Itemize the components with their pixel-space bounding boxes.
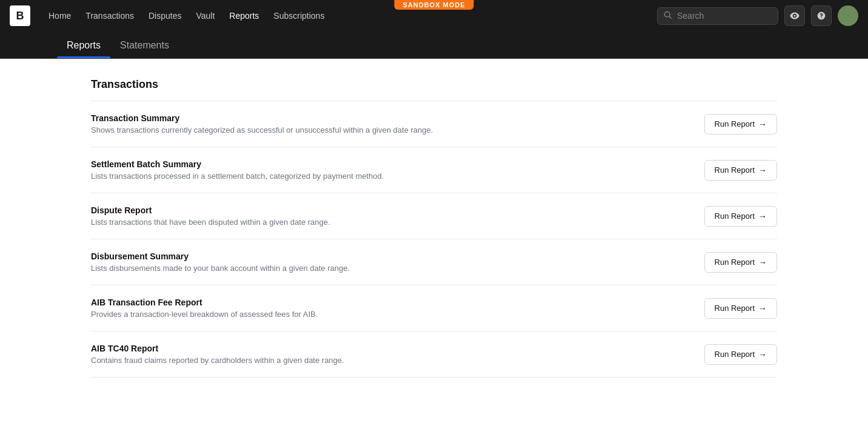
arrow-icon-aib-transaction-fee-report: → [758,304,767,313]
report-row-disbursement-summary: Disbursement SummaryLists disbursements … [91,239,777,285]
report-info-dispute-report: Dispute ReportLists transactions that ha… [91,205,330,227]
report-name-aib-tc40-report: AIB TC40 Report [91,344,344,353]
nav-link-vault[interactable]: Vault [190,7,221,24]
nav-link-transactions[interactable]: Transactions [79,7,140,24]
arrow-icon-transaction-summary: → [758,119,767,129]
avatar[interactable] [838,5,858,26]
report-name-disbursement-summary: Disbursement Summary [91,251,350,261]
nav-link-reports[interactable]: Reports [223,7,265,24]
nav-links: HomeTransactionsDisputesVaultReportsSubs… [42,7,657,24]
report-desc-dispute-report: Lists transactions that have been disput… [91,218,330,227]
search-box[interactable] [657,7,778,25]
svg-line-1 [669,16,671,18]
section-title: Transactions [91,78,777,91]
sandbox-banner: SANDBOX MODE [394,0,473,10]
help-button[interactable] [811,5,832,26]
report-name-settlement-batch-summary: Settlement Batch Summary [91,159,384,169]
report-desc-transaction-summary: Shows transactions currently categorized… [91,125,433,135]
report-name-aib-transaction-fee-report: AIB Transaction Fee Report [91,298,318,307]
run-report-button-transaction-summary[interactable]: Run Report→ [704,114,777,135]
report-name-transaction-summary: Transaction Summary [91,113,433,123]
report-name-dispute-report: Dispute Report [91,205,330,215]
report-row-settlement-batch-summary: Settlement Batch SummaryLists transactio… [91,147,777,193]
arrow-icon-aib-tc40-report: → [758,350,767,359]
arrow-icon-disbursement-summary: → [758,258,767,267]
report-row-aib-transaction-fee-report: AIB Transaction Fee ReportProvides a tra… [91,285,777,331]
sub-nav-item-statements[interactable]: Statements [110,32,179,58]
report-desc-aib-tc40-report: Contains fraud claims reported by cardho… [91,356,344,365]
report-desc-settlement-batch-summary: Lists transactions processed in a settle… [91,171,384,181]
run-report-label-disbursement-summary: Run Report [715,258,755,267]
report-info-settlement-batch-summary: Settlement Batch SummaryLists transactio… [91,159,384,181]
run-report-label-settlement-batch-summary: Run Report [715,165,755,175]
run-report-label-aib-tc40-report: Run Report [715,350,755,359]
reports-list: Transaction SummaryShows transactions cu… [91,101,777,378]
run-report-button-settlement-batch-summary[interactable]: Run Report→ [704,160,777,181]
arrow-icon-dispute-report: → [758,211,767,221]
report-desc-disbursement-summary: Lists disbursements made to your bank ac… [91,264,350,273]
report-desc-aib-transaction-fee-report: Provides a transaction-level breakdown o… [91,310,318,319]
report-row-transaction-summary: Transaction SummaryShows transactions cu… [91,101,777,147]
report-info-aib-transaction-fee-report: AIB Transaction Fee ReportProvides a tra… [91,298,318,319]
nav-link-disputes[interactable]: Disputes [142,7,187,24]
report-info-transaction-summary: Transaction SummaryShows transactions cu… [91,113,433,135]
arrow-icon-settlement-batch-summary: → [758,165,767,175]
report-row-dispute-report: Dispute ReportLists transactions that ha… [91,193,777,239]
run-report-button-aib-tc40-report[interactable]: Run Report→ [704,344,777,365]
run-report-button-dispute-report[interactable]: Run Report→ [704,206,777,227]
run-report-button-aib-transaction-fee-report[interactable]: Run Report→ [704,298,777,319]
nav-link-home[interactable]: Home [42,7,77,24]
settings-button[interactable] [784,5,805,26]
report-info-disbursement-summary: Disbursement SummaryLists disbursements … [91,251,350,273]
search-input[interactable] [677,11,772,21]
nav-right [657,5,858,26]
report-info-aib-tc40-report: AIB TC40 ReportContains fraud claims rep… [91,344,344,365]
report-row-aib-tc40-report: AIB TC40 ReportContains fraud claims rep… [91,331,777,378]
run-report-label-dispute-report: Run Report [715,211,755,221]
run-report-label-aib-transaction-fee-report: Run Report [715,304,755,313]
nav-link-subscriptions[interactable]: Subscriptions [267,7,330,24]
main-content: Transactions Transaction SummaryShows tr… [34,59,834,397]
run-report-button-disbursement-summary[interactable]: Run Report→ [704,252,777,273]
search-icon [664,11,672,21]
sub-nav-item-reports[interactable]: Reports [57,32,110,58]
logo[interactable]: B [10,5,30,26]
sub-nav: ReportsStatements [0,32,868,59]
run-report-label-transaction-summary: Run Report [715,119,755,128]
